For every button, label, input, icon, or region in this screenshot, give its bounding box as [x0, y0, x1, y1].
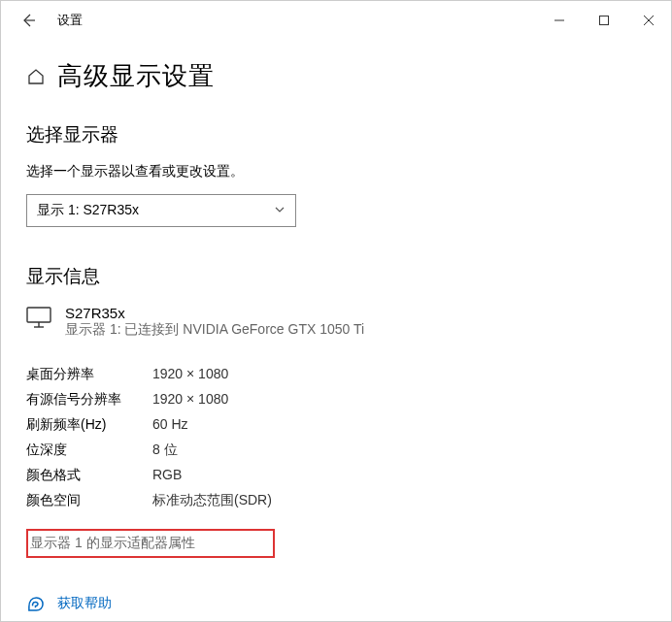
app-name: 设置 [57, 12, 83, 29]
titlebar: 设置 [1, 1, 671, 40]
monitor-name: S27R35x [65, 305, 364, 321]
info-value: 60 Hz [152, 412, 272, 438]
info-value: 1920 × 1080 [152, 362, 272, 387]
info-row: 刷新频率(Hz)60 Hz [26, 412, 272, 438]
home-icon[interactable] [26, 67, 46, 86]
info-row: 位深度8 位 [26, 438, 272, 463]
help-icon [26, 595, 44, 612]
monitor-icon [26, 307, 51, 328]
display-info-title: 显示信息 [26, 264, 646, 289]
window-controls [537, 1, 671, 40]
info-row: 桌面分辨率1920 × 1080 [26, 362, 272, 387]
display-info-table: 桌面分辨率1920 × 1080有源信号分辨率1920 × 1080刷新频率(H… [26, 362, 272, 513]
info-label: 刷新频率(Hz) [26, 412, 152, 438]
svg-rect-1 [600, 16, 609, 25]
monitor-summary: S27R35x 显示器 1: 已连接到 NVIDIA GeForce GTX 1… [26, 305, 646, 339]
info-value: 1920 × 1080 [152, 387, 272, 412]
info-row: 颜色空间标准动态范围(SDR) [26, 488, 272, 513]
get-help-link[interactable]: 获取帮助 [26, 595, 646, 612]
close-button[interactable] [626, 1, 671, 40]
adapter-properties-link[interactable]: 显示器 1 的显示适配器属性 [30, 535, 195, 552]
select-display-title: 选择显示器 [26, 122, 646, 147]
info-row: 有源信号分辨率1920 × 1080 [26, 387, 272, 412]
info-value: RGB [152, 463, 272, 488]
display-selector-dropdown[interactable]: 显示 1: S27R35x [26, 194, 296, 227]
maximize-button[interactable] [582, 1, 626, 40]
info-value: 8 位 [152, 438, 272, 463]
svg-rect-4 [27, 308, 50, 322]
info-label: 有源信号分辨率 [26, 387, 152, 412]
back-button[interactable] [9, 1, 48, 40]
highlight-box: 显示器 1 的显示适配器属性 [26, 529, 275, 558]
info-label: 颜色格式 [26, 463, 152, 488]
page-header: 高级显示设置 [26, 59, 646, 93]
monitor-connection: 显示器 1: 已连接到 NVIDIA GeForce GTX 1050 Ti [65, 321, 364, 339]
select-display-desc: 选择一个显示器以查看或更改设置。 [26, 163, 646, 180]
info-label: 位深度 [26, 438, 152, 463]
info-value: 标准动态范围(SDR) [152, 488, 272, 513]
info-label: 颜色空间 [26, 488, 152, 513]
minimize-button[interactable] [537, 1, 582, 40]
display-selector-value: 显示 1: S27R35x [37, 202, 139, 219]
info-label: 桌面分辨率 [26, 362, 152, 387]
page-title: 高级显示设置 [57, 59, 215, 93]
get-help-label: 获取帮助 [57, 595, 112, 612]
info-row: 颜色格式RGB [26, 463, 272, 488]
chevron-down-icon [274, 204, 286, 218]
